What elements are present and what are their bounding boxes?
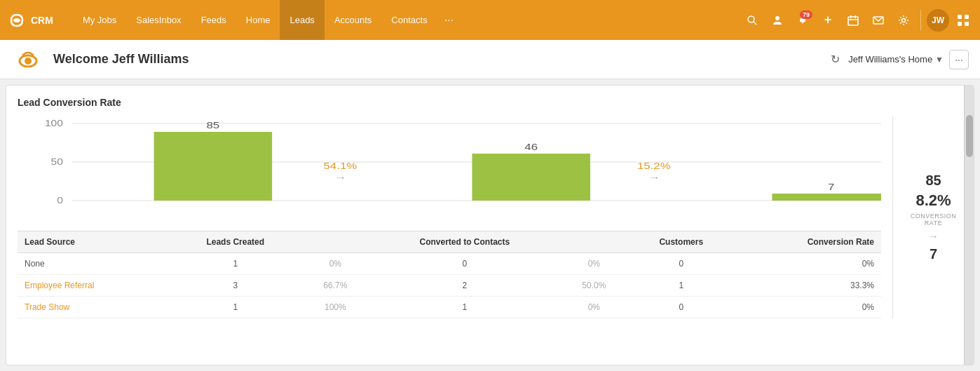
svg-text:100: 100	[45, 119, 63, 128]
svg-text:15.2%: 15.2%	[637, 161, 671, 171]
cell-converted-pct: 0%	[559, 253, 628, 275]
col-lead-source: Lead Source	[18, 231, 170, 253]
summary-arrow-icon: →	[929, 231, 939, 242]
cell-rate: 0%	[734, 297, 881, 318]
nav-more-button[interactable]: ···	[437, 0, 461, 40]
svg-line-2	[754, 22, 756, 25]
col-converted: Converted to Contacts	[370, 231, 560, 253]
svg-rect-5	[848, 17, 858, 25]
nav-right-icons: 79 + JW	[741, 9, 974, 32]
card-inner: Lead Conversion Rate 100 50 0	[6, 86, 974, 365]
col-leads-created: Leads Created	[170, 231, 301, 253]
home-selector[interactable]: Jeff Williams's Home ▼	[848, 54, 944, 65]
chart-left: 100 50 0 85 46 7 54.1%	[18, 116, 881, 318]
svg-text:85: 85	[206, 120, 219, 130]
svg-point-16	[25, 58, 32, 65]
nav-item-myjobs[interactable]: My Jobs	[73, 0, 126, 40]
svg-point-0	[13, 18, 20, 22]
more-options-button[interactable]: ···	[949, 50, 969, 69]
top-navigation: CRM My Jobs SalesInbox Feeds Home Leads …	[0, 0, 980, 40]
subheader-logo	[11, 46, 45, 74]
nav-item-feeds[interactable]: Feeds	[191, 0, 236, 40]
svg-text:→: →	[334, 172, 346, 183]
lead-conversion-card: Lead Conversion Rate 100 50 0	[6, 85, 974, 365]
calendar-button[interactable]	[842, 9, 864, 32]
settings-button[interactable]	[892, 9, 915, 32]
svg-text:0: 0	[57, 196, 63, 205]
cell-leads-pct: 0%	[301, 253, 369, 275]
svg-rect-23	[154, 132, 273, 201]
home-selector-label: Jeff Williams's Home	[848, 54, 932, 65]
svg-point-10	[902, 18, 906, 22]
user-avatar[interactable]: JW	[927, 9, 949, 32]
cell-converted-pct: 0%	[559, 297, 628, 318]
notifications-button[interactable]: 79	[791, 9, 814, 32]
subheader-right: ↻ Jeff Williams's Home ▼ ···	[828, 50, 969, 69]
svg-text:7: 7	[828, 182, 834, 192]
subheader: Welcome Jeff Williams ↻ Jeff Williams's …	[0, 40, 980, 79]
cell-leads: 3	[170, 275, 301, 297]
cell-customers: 0	[629, 253, 735, 275]
summary-top-number: 85	[925, 173, 941, 189]
svg-text:50: 50	[51, 157, 64, 167]
nav-logo[interactable]: CRM	[6, 9, 64, 32]
chart-summary: 85 8.2% CONVERSION RATE → 7	[892, 116, 962, 318]
table-row: Employee Referral 3 66.7% 2 50.0% 1 33.3…	[18, 275, 881, 297]
cell-leads: 1	[170, 297, 301, 318]
svg-rect-12	[965, 15, 969, 19]
svg-rect-4	[802, 22, 804, 23]
summary-conversion-label: CONVERSION RATE	[904, 213, 962, 227]
cell-converted: 2	[370, 275, 560, 297]
nav-brand-label: CRM	[31, 15, 53, 26]
mail-button[interactable]	[867, 9, 890, 32]
vertical-scrollbar[interactable]	[964, 86, 974, 365]
table-row: Trade Show 1 100% 1 0% 0 0%	[18, 297, 881, 318]
svg-point-3	[775, 16, 780, 20]
cell-leads-pct: 100%	[301, 297, 369, 318]
nav-item-accounts[interactable]: Accounts	[325, 0, 381, 40]
svg-rect-27	[772, 194, 881, 201]
grid-button[interactable]	[952, 9, 974, 32]
refresh-button[interactable]: ↻	[828, 50, 843, 69]
svg-rect-11	[958, 15, 962, 19]
main-content: Lead Conversion Rate 100 50 0	[0, 79, 980, 371]
nav-divider	[920, 10, 921, 31]
notification-badge: 79	[800, 11, 812, 20]
search-button[interactable]	[741, 9, 763, 32]
welcome-title: Welcome Jeff Williams	[53, 52, 828, 67]
nav-item-salesinbox[interactable]: SalesInbox	[126, 0, 191, 40]
cell-customers: 0	[629, 297, 735, 318]
scrollbar-thumb[interactable]	[966, 115, 973, 157]
cell-source-link[interactable]: Employee Referral	[18, 275, 170, 297]
svg-point-1	[748, 16, 754, 22]
table-row: None 1 0% 0 0% 0 0%	[18, 253, 881, 275]
svg-rect-13	[958, 22, 962, 26]
cell-leads: 1	[170, 253, 301, 275]
nav-items: My Jobs SalesInbox Feeds Home Leads Acco…	[73, 0, 741, 40]
svg-rect-25	[472, 154, 590, 201]
contacts-button[interactable]	[766, 9, 789, 32]
chevron-down-icon: ▼	[935, 55, 944, 65]
svg-text:→: →	[648, 172, 660, 183]
cell-converted-pct: 50.0%	[559, 275, 628, 297]
bar-chart-svg: 100 50 0 85 46 7 54.1%	[18, 116, 881, 229]
svg-text:54.1%: 54.1%	[323, 161, 357, 171]
cell-source-link[interactable]: Trade Show	[18, 297, 170, 318]
summary-conversion-pct: 8.2%	[916, 191, 951, 210]
cell-customers: 1	[629, 275, 735, 297]
cell-converted: 1	[370, 297, 560, 318]
nav-item-contacts[interactable]: Contacts	[381, 0, 437, 40]
card-title: Lead Conversion Rate	[18, 97, 962, 108]
svg-rect-14	[965, 22, 969, 26]
col-conversion-rate: Conversion Rate	[734, 231, 881, 253]
cell-source: None	[18, 253, 170, 275]
svg-text:46: 46	[524, 142, 538, 152]
nav-item-leads[interactable]: Leads	[280, 0, 324, 40]
nav-item-home[interactable]: Home	[236, 0, 280, 40]
chart-area: 100 50 0 85 46 7 54.1%	[18, 116, 962, 318]
summary-bottom-number: 7	[930, 246, 937, 262]
add-button[interactable]: +	[817, 9, 839, 32]
cell-rate: 0%	[734, 253, 881, 275]
cell-leads-pct: 66.7%	[301, 275, 369, 297]
col-leads-pct	[301, 231, 369, 253]
